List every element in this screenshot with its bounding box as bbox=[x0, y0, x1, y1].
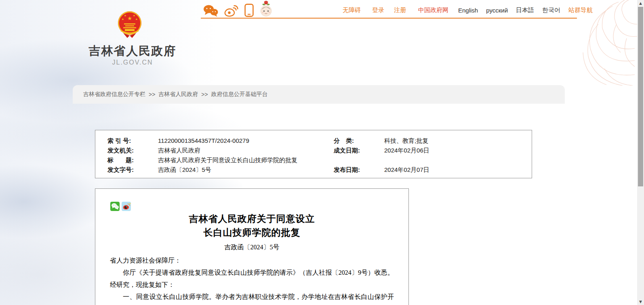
meta-agency-label: 发文机关: bbox=[107, 146, 134, 155]
nav-english[interactable]: English bbox=[458, 7, 478, 14]
document-title-line2: 长白山技师学院的批复 bbox=[95, 226, 408, 240]
meta-docno-value: 吉政函〔2024〕5号 bbox=[158, 165, 211, 174]
nav-register[interactable]: 注册 bbox=[394, 6, 406, 14]
mascot-icon[interactable] bbox=[260, 0, 272, 17]
nav-govcn[interactable]: 中国政府网 bbox=[418, 6, 448, 14]
meta-written-date-value: 2024年02月06日 bbox=[384, 146, 429, 155]
nav-russian[interactable]: русский bbox=[486, 7, 508, 14]
meta-publish-date-value: 2024年02月07日 bbox=[384, 165, 429, 174]
nav-japanese[interactable]: 日本語 bbox=[516, 6, 534, 14]
top-nav: 无障碍 登录 注册 中国政府网 English русский 日本語 한국어 … bbox=[343, 6, 569, 14]
breadcrumb: 吉林省政府信息公开专栏 >> 吉林省人民政府 >> 政府信息公开基础平台 bbox=[73, 85, 565, 104]
site-title: 吉林省人民政府 bbox=[84, 43, 181, 59]
document-paragraph: 你厅《关于提请省政府批复同意设立长白山技师学院的请示》（吉人社报〔2024〕9号… bbox=[110, 267, 394, 291]
document-paragraph: 省人力资源社会保障厅： bbox=[110, 255, 394, 267]
share-icons: ★ bbox=[110, 202, 131, 211]
meta-title-value: 吉林省人民政府关于同意设立长白山技师学院的批复 bbox=[158, 156, 297, 165]
mobile-icon[interactable] bbox=[244, 4, 254, 17]
scrollbar-up-arrow[interactable]: ▲ bbox=[637, 0, 644, 6]
nav-login[interactable]: 登录 bbox=[372, 6, 384, 14]
weibo-share-icon[interactable]: ★ bbox=[122, 202, 131, 211]
document-body: 省人力资源社会保障厅： 你厅《关于提请省政府批复同意设立长白山技师学院的请示》（… bbox=[110, 255, 394, 305]
svg-text:★: ★ bbox=[127, 15, 132, 21]
scrollbar-down-arrow[interactable]: ▼ bbox=[637, 299, 644, 305]
header-rule bbox=[201, 18, 577, 19]
meta-written-date-label: 成文日期: bbox=[334, 146, 360, 155]
weibo-icon[interactable] bbox=[224, 4, 238, 17]
svg-text:★: ★ bbox=[122, 18, 124, 21]
meta-title-label: 标 题: bbox=[107, 156, 134, 165]
svg-text:★: ★ bbox=[124, 14, 126, 17]
document-metadata-box: 索 引 号: 1122000013544357T/2024-00279 分 类:… bbox=[95, 130, 532, 178]
national-emblem-logo[interactable]: ★ ★ ★ ★ ★ bbox=[117, 10, 143, 40]
scrollbar-thumb[interactable] bbox=[638, 7, 643, 186]
meta-docno-label: 发文字号: bbox=[107, 165, 134, 174]
meta-category-value: 科技、教育;批复 bbox=[384, 136, 428, 145]
breadcrumb-separator: >> bbox=[201, 91, 208, 98]
nav-korean[interactable]: 한국어 bbox=[542, 6, 560, 14]
document-title-line1: 吉林省人民政府关于同意设立 bbox=[95, 212, 408, 226]
svg-text:★: ★ bbox=[133, 14, 135, 17]
meta-index-value: 1122000013544357T/2024-00279 bbox=[158, 136, 249, 145]
svg-text:★: ★ bbox=[135, 18, 138, 21]
breadcrumb-separator: >> bbox=[149, 91, 155, 98]
page: ★ ★ ★ ★ ★ 吉林省人民政府 JL.GOV.CN bbox=[0, 0, 644, 305]
vertical-scrollbar[interactable]: ▲ ▼ bbox=[637, 0, 644, 305]
document-number: 吉政函〔2024〕5号 bbox=[95, 243, 408, 252]
breadcrumb-item-government[interactable]: 吉林省人民政府 bbox=[158, 91, 198, 98]
header-social-icons bbox=[203, 1, 272, 17]
wechat-icon[interactable] bbox=[203, 4, 218, 17]
svg-text:★: ★ bbox=[129, 203, 131, 205]
nav-site-navigation[interactable]: 站群导航 bbox=[568, 6, 593, 14]
site-domain: JL.GOV.CN bbox=[84, 59, 181, 66]
meta-category-label: 分 类: bbox=[334, 136, 354, 145]
meta-publish-date-label: 发布日期: bbox=[334, 165, 360, 174]
document-content-box: ★ 吉林省人民政府关于同意设立 长白山技师学院的批复 吉政函〔2024〕5号 省… bbox=[95, 188, 409, 305]
breadcrumb-item-opengov[interactable]: 吉林省政府信息公开专栏 bbox=[83, 91, 145, 98]
wechat-share-icon[interactable] bbox=[110, 202, 120, 211]
document-paragraph: 一、同意设立长白山技师学院。举办者为吉林职业技术学院，办学地址在吉林省长白山保护… bbox=[110, 291, 394, 305]
breadcrumb-item-platform[interactable]: 政府信息公开基础平台 bbox=[211, 91, 268, 98]
meta-index-label: 索 引 号: bbox=[107, 136, 131, 145]
meta-agency-value: 吉林省人民政府 bbox=[158, 146, 200, 155]
nav-accessibility[interactable]: 无障碍 bbox=[343, 6, 361, 14]
